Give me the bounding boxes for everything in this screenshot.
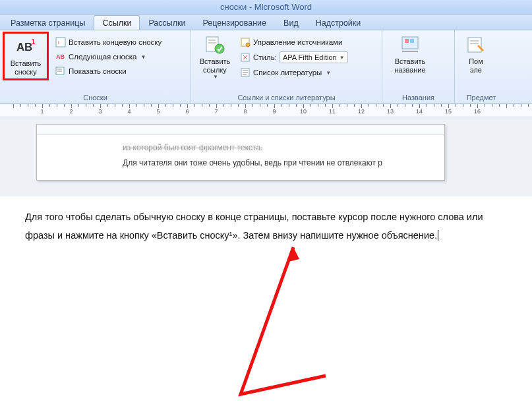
insert-endnote-button[interactable]: i Вставить концевую сноску xyxy=(53,36,164,49)
style-label: Стиль: xyxy=(253,53,277,61)
tab-page-layout[interactable]: Разметка страницы xyxy=(2,15,94,30)
chevron-down-icon: ▼ xyxy=(213,74,218,80)
document-page[interactable]: из которой был взят фрагмент текста. Для… xyxy=(36,124,445,181)
chevron-down-icon: ▼ xyxy=(326,70,331,76)
insert-citation-button[interactable]: Вставить ссылку ▼ xyxy=(195,33,235,81)
tab-references[interactable]: Ссылки xyxy=(94,15,140,30)
svg-rect-23 xyxy=(468,38,481,52)
group-index-label: Предмет xyxy=(459,92,504,103)
insert-caption-button[interactable]: Вставить название xyxy=(386,33,434,75)
group-footnotes: AB1 Вставить сноску i Вставить концевую … xyxy=(0,30,191,103)
mark-entry-icon xyxy=(465,34,487,55)
svg-text:AB: AB xyxy=(16,41,32,53)
show-notes-button[interactable]: Показать сноски xyxy=(53,65,164,78)
insert-citation-label: Вставить ссылку xyxy=(200,57,231,74)
doc-line-1: из которой был взят фрагмент текста. xyxy=(123,140,431,156)
tab-addins[interactable]: Надстройки xyxy=(307,15,370,30)
text-cursor xyxy=(438,230,441,241)
chevron-down-icon: ▼ xyxy=(340,55,345,61)
style-value: APA Fifth Edition xyxy=(283,53,337,61)
explanation-text-content: Для того чтобы сделать обычную сноску в … xyxy=(25,212,483,241)
manage-sources-button[interactable]: Управление источниками xyxy=(237,36,351,49)
svg-rect-21 xyxy=(410,39,414,43)
next-footnote-label: Следующая сноска xyxy=(69,53,136,61)
style-icon xyxy=(240,52,251,63)
style-dropdown[interactable]: APA Fifth Edition ▼ xyxy=(280,51,348,63)
insert-footnote-button[interactable]: AB1 Вставить сноску xyxy=(6,35,45,77)
next-footnote-button[interactable]: AB Следующая сноска ▼ xyxy=(53,50,164,63)
window-title-bar: сноски - Microsoft Word xyxy=(0,0,532,15)
doc-line-2: Для читателя они тоже очень удобны, ведь… xyxy=(123,156,431,171)
endnote-icon: i xyxy=(55,37,66,47)
group-captions-label: Названия xyxy=(386,92,450,103)
svg-marker-26 xyxy=(289,247,299,262)
group-footnotes-label: Сноски xyxy=(4,92,187,103)
manage-sources-label: Управление источниками xyxy=(253,38,342,46)
insert-citation-icon xyxy=(204,34,225,55)
insert-caption-icon xyxy=(399,34,421,55)
ribbon-tabs: Разметка страницы Ссылки Рассылки Реценз… xyxy=(0,15,532,30)
svg-rect-20 xyxy=(405,39,409,43)
highlight-insert-footnote: AB1 Вставить сноску xyxy=(3,32,49,80)
bibliography-icon xyxy=(240,67,251,78)
chevron-down-icon: ▼ xyxy=(140,54,146,60)
bibliography-button[interactable]: Список литературы ▼ xyxy=(237,66,351,79)
svg-text:1: 1 xyxy=(31,38,35,45)
mark-entry-button[interactable]: Пом эле xyxy=(459,33,493,75)
citation-small-buttons: Управление источниками Стиль: APA Fifth … xyxy=(237,36,351,79)
svg-text:AB: AB xyxy=(56,53,65,60)
document-area: из которой был взят фрагмент текста. Для… xyxy=(0,117,532,196)
horizontal-ruler[interactable]: 12345678910111213141516 xyxy=(0,104,532,117)
tab-review[interactable]: Рецензирование xyxy=(194,15,276,30)
group-citations: Вставить ссылку ▼ Управление источниками… xyxy=(191,30,382,103)
tab-view[interactable]: Вид xyxy=(275,15,307,30)
footnote-small-buttons: i Вставить концевую сноску AB Следующая … xyxy=(53,36,164,78)
group-index: Пом эле Предмет xyxy=(455,30,508,103)
mark-entry-label: Пом эле xyxy=(469,57,483,74)
window-title: сноски - Microsoft Word xyxy=(220,2,312,12)
next-footnote-icon: AB xyxy=(55,51,66,62)
tab-mailings[interactable]: Рассылки xyxy=(140,15,194,30)
show-notes-label: Показать сноски xyxy=(69,67,127,75)
page-mini-ruler xyxy=(37,125,444,135)
style-row: Стиль: APA Fifth Edition ▼ xyxy=(237,50,351,65)
explanation-text: Для того чтобы сделать обычную сноску в … xyxy=(0,196,532,245)
group-captions: Вставить название Названия xyxy=(382,30,455,103)
insert-endnote-label: Вставить концевую сноску xyxy=(69,38,162,46)
insert-caption-label: Вставить название xyxy=(394,57,425,74)
bibliography-label: Список литературы xyxy=(253,69,322,76)
group-citations-label: Ссылки и списки литературы xyxy=(195,92,378,103)
svg-point-11 xyxy=(215,44,224,53)
show-notes-icon xyxy=(55,66,66,76)
insert-footnote-label: Вставить сноску xyxy=(11,59,42,76)
manage-sources-icon xyxy=(240,37,251,47)
insert-footnote-icon: AB1 xyxy=(15,36,36,57)
ribbon: AB1 Вставить сноску i Вставить концевую … xyxy=(0,30,532,104)
svg-point-13 xyxy=(246,43,250,47)
svg-text:i: i xyxy=(58,40,59,45)
